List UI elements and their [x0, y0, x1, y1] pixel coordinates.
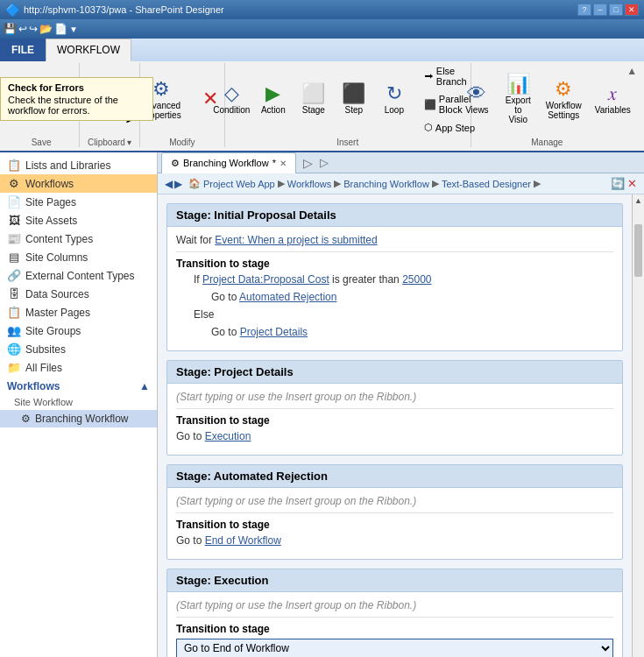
qat-undo[interactable]: ↩: [18, 23, 27, 35]
stage-automated-rejection-body: (Start typing or use the Insert group on…: [167, 488, 622, 559]
workflow-settings-button[interactable]: ⚙ WorkflowSettings: [540, 75, 587, 124]
site-pages-icon: 📄: [7, 195, 21, 208]
title-bar: 🔷 http://sphvm-10373/pwa - SharePoint De…: [0, 0, 644, 19]
tab-label: Branching Workflow: [183, 158, 269, 168]
new-tab-button[interactable]: ▷: [300, 156, 316, 170]
sidebar-item-label: Site Groups: [25, 325, 81, 337]
workflows-section-header[interactable]: Workflows ▲: [0, 377, 157, 394]
export-visio-button[interactable]: 📊 Exportto Visio: [498, 70, 538, 129]
breadcrumb-project-web-app[interactable]: Project Web App: [203, 179, 275, 189]
goto-execution: Go to Execution: [176, 430, 613, 442]
sidebar-item-label: Site Columns: [25, 251, 88, 264]
tab-close-button[interactable]: ✕: [280, 159, 287, 168]
variables-button[interactable]: 𝑥 Variables: [589, 80, 636, 119]
stage-project-details-body: (Start typing or use the Insert group on…: [167, 384, 622, 455]
tab-file[interactable]: FILE: [0, 39, 46, 61]
ribbon-tabs: FILE WORKFLOW: [0, 39, 644, 61]
qat-more[interactable]: ▼: [69, 25, 78, 34]
breadcrumb-back[interactable]: ◀: [165, 178, 173, 190]
action-button[interactable]: ▶ Action: [254, 80, 293, 119]
parallel-block-icon: ⬛: [424, 99, 436, 110]
goto-end-select[interactable]: Go to End of Workflow: [176, 639, 613, 657]
stage2-placeholder: (Start typing or use the Insert group on…: [176, 391, 613, 403]
lists-libraries-icon: 📋: [7, 159, 21, 172]
step-button[interactable]: ⬛ Step: [335, 80, 373, 119]
breadcrumb-stop-button[interactable]: ✕: [627, 177, 637, 190]
wait-for-event: Wait for Event: When a project is submit…: [176, 234, 613, 246]
workflows-collapse-icon[interactable]: ▲: [139, 380, 150, 392]
breadcrumb-forward[interactable]: ▶: [174, 178, 182, 190]
stage-automated-rejection: Stage: Automated Rejection (Start typing…: [166, 464, 623, 560]
value-25000-link[interactable]: 25000: [402, 273, 431, 286]
qat-redo[interactable]: ↪: [29, 23, 38, 35]
main-area: 📋 Lists and Libraries ⚙ Workflows 📄 Site…: [0, 152, 644, 657]
breadcrumb-text-based-designer[interactable]: Text-Based Designer: [442, 179, 531, 189]
tab-arrow-right[interactable]: ▷: [320, 156, 329, 169]
stage-automated-rejection-header: Stage: Automated Rejection: [167, 465, 622, 488]
sidebar-item-subsites[interactable]: 🌐 Subsites: [0, 340, 157, 358]
views-button[interactable]: 👁 Views: [457, 80, 496, 119]
sidebar-item-site-assets[interactable]: 🖼 Site Assets: [0, 211, 157, 230]
all-files-icon: 📁: [7, 361, 21, 374]
scrollbar-thumb[interactable]: [634, 224, 642, 277]
breadcrumb-workflows[interactable]: Workflows: [287, 179, 332, 189]
ribbon-content: 💾 Save 📤 Publish Save Check for Errors C…: [0, 61, 644, 152]
condition-button[interactable]: ◇ Condition: [211, 80, 252, 119]
sidebar-item-site-workflow[interactable]: Site Workflow: [0, 394, 157, 410]
sidebar-item-branching-workflow[interactable]: ⚙ Branching Workflow: [0, 410, 157, 427]
workflows-icon: ⚙: [7, 177, 21, 190]
stage-execution-body: (Start typing or use the Insert group on…: [167, 592, 622, 657]
qat-open[interactable]: 📂: [39, 23, 53, 35]
qat-save[interactable]: 💾: [4, 23, 17, 35]
variables-icon: 𝑥: [608, 84, 617, 103]
close-btn[interactable]: ✕: [625, 4, 639, 16]
callout-title: Check for Errors: [8, 82, 145, 93]
sidebar-item-site-pages[interactable]: 📄 Site Pages: [0, 193, 157, 211]
loop-button[interactable]: ↻ Loop: [375, 80, 414, 119]
execution-link[interactable]: Execution: [205, 430, 251, 442]
tab-icon: ⚙: [171, 158, 180, 169]
ribbon-collapse-button[interactable]: ▲: [623, 63, 640, 79]
transition-label-1: Transition to stage: [176, 251, 613, 270]
breadcrumb-refresh-button[interactable]: 🔄: [611, 177, 625, 190]
sidebar-item-master-pages[interactable]: 📋 Master Pages: [0, 303, 157, 321]
breadcrumb-branching-workflow[interactable]: Branching Workflow: [343, 179, 429, 189]
workflows-section-label: Workflows: [7, 380, 60, 392]
clipboard-group-label: Clipboard ▾: [88, 138, 131, 147]
maximize-btn[interactable]: □: [609, 4, 623, 16]
check-for-errors-callout: Check for Errors Check the structure of …: [0, 77, 153, 121]
goto-select-container: Go to End of Workflow: [176, 639, 613, 657]
event-link[interactable]: Event: When a project is submitted: [215, 234, 377, 246]
if-condition: If Project Data:Proposal Cost is greater…: [194, 273, 613, 286]
data-sources-icon: 🗄: [7, 287, 21, 300]
workflow-settings-icon: ⚙: [555, 80, 572, 99]
vertical-scrollbar[interactable]: ▲ ▼: [632, 194, 644, 657]
save-group-label: Save: [32, 138, 52, 147]
goto-project-details: Go to Project Details: [211, 326, 613, 338]
breadcrumb-nav: ◀ ▶: [165, 178, 182, 190]
stage-button[interactable]: ⬜ Stage: [294, 80, 333, 119]
sidebar-item-lists-libraries[interactable]: 📋 Lists and Libraries: [0, 156, 157, 174]
sidebar-item-workflows[interactable]: ⚙ Workflows: [0, 174, 157, 193]
sidebar-item-external-content-types[interactable]: 🔗 External Content Types: [0, 266, 157, 285]
automated-rejection-link[interactable]: Automated Rejection: [239, 291, 336, 303]
sidebar-item-data-sources[interactable]: 🗄 Data Sources: [0, 285, 157, 303]
end-of-workflow-link-1[interactable]: End of Workflow: [205, 534, 281, 547]
sidebar-item-all-files[interactable]: 📁 All Files: [0, 358, 157, 377]
minimize-btn[interactable]: –: [593, 4, 607, 16]
help-btn[interactable]: ?: [577, 4, 591, 16]
sidebar-item-label: Content Types: [25, 233, 93, 245]
qat-new[interactable]: 📄: [54, 23, 67, 35]
sidebar-item-site-columns[interactable]: ▤ Site Columns: [0, 248, 157, 266]
stage-icon: ⬜: [301, 84, 325, 103]
project-details-link[interactable]: Project Details: [240, 326, 308, 338]
clipboard-dropdown-icon[interactable]: ▾: [127, 138, 131, 147]
proposal-cost-link[interactable]: Project Data:Proposal Cost: [202, 273, 329, 286]
scrollbar-up-button[interactable]: ▲: [633, 194, 644, 207]
sidebar-item-site-groups[interactable]: 👥 Site Groups: [0, 321, 157, 340]
breadcrumb: ◀ ▶ 🏠 Project Web App ▶ Workflows ▶ Bran…: [158, 173, 644, 194]
tab-workflow[interactable]: WORKFLOW: [46, 39, 131, 61]
content-tab-branching-workflow[interactable]: ⚙ Branching Workflow * ✕: [161, 152, 296, 173]
sidebar-item-content-types[interactable]: 📰 Content Types: [0, 230, 157, 248]
sidebar-item-label: Site Assets: [25, 215, 77, 227]
